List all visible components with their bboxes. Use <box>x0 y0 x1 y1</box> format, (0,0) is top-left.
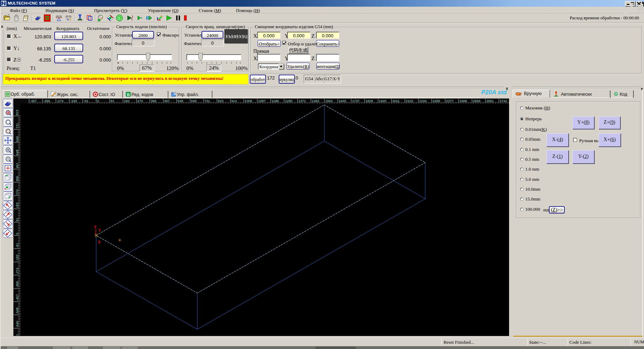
svg-text:91: 91 <box>111 99 114 103</box>
svg-text:1828: 1828 <box>366 99 373 103</box>
svg-text:274: 274 <box>15 189 19 195</box>
svg-text:-91: -91 <box>83 99 88 103</box>
svg-text:2194: 2194 <box>419 99 427 103</box>
svg-text:1371: 1371 <box>298 99 306 103</box>
svg-text:914: 914 <box>231 99 237 103</box>
svg-text:(0,0): (0,0) <box>66 15 72 18</box>
svg-text:1737: 1737 <box>352 99 359 103</box>
svg-text:2011: 2011 <box>392 99 400 103</box>
svg-text:Y: Y <box>98 228 101 233</box>
svg-text:1462: 1462 <box>312 99 319 103</box>
svg-text:183: 183 <box>124 99 130 103</box>
svg-text:548: 548 <box>15 150 19 155</box>
svg-text:2651: 2651 <box>486 99 494 103</box>
svg-text:-91: -91 <box>15 243 19 248</box>
svg-text:2102: 2102 <box>406 99 413 103</box>
svg-text:-731: -731 <box>15 334 19 336</box>
svg-text:2377: 2377 <box>446 99 453 103</box>
svg-text:731: 731 <box>204 99 210 103</box>
svg-text:457: 457 <box>15 163 19 169</box>
svg-text:0: 0 <box>97 99 99 103</box>
svg-text:1188: 1188 <box>272 99 279 103</box>
svg-text:91: 91 <box>15 218 19 222</box>
svg-text:(0,0): (0,0) <box>56 15 62 18</box>
svg-text:274: 274 <box>137 99 143 103</box>
svg-text:2742: 2742 <box>500 99 507 103</box>
svg-text:-457: -457 <box>15 294 19 301</box>
svg-text:2468: 2468 <box>459 99 467 103</box>
svg-text:731: 731 <box>15 123 19 129</box>
svg-text:366: 366 <box>15 176 19 182</box>
svg-text:823: 823 <box>218 99 223 103</box>
svg-text:640: 640 <box>191 99 197 103</box>
svg-text:1554: 1554 <box>325 99 333 103</box>
svg-text:823: 823 <box>15 110 19 115</box>
svg-text:X: X <box>98 240 101 244</box>
svg-text:183: 183 <box>15 203 19 208</box>
svg-text:1097: 1097 <box>258 99 266 103</box>
svg-text:1920: 1920 <box>379 99 386 103</box>
svg-text:-274: -274 <box>57 99 63 103</box>
svg-text:2285: 2285 <box>433 99 440 103</box>
svg-text:2559: 2559 <box>473 99 480 103</box>
svg-text:B: B <box>127 92 130 97</box>
svg-text:S: S <box>118 16 120 20</box>
svg-text:548: 548 <box>178 99 183 103</box>
svg-text:-366: -366 <box>15 281 19 288</box>
svg-text:Z: Z <box>94 225 97 229</box>
svg-text:0: 0 <box>15 233 19 235</box>
svg-text:-640: -640 <box>15 321 19 328</box>
svg-text:-183: -183 <box>70 99 77 103</box>
svg-text:640: 640 <box>15 136 19 142</box>
svg-text:-274: -274 <box>15 268 19 274</box>
svg-text:-366: -366 <box>43 99 50 103</box>
svg-text:1005: 1005 <box>245 99 252 103</box>
svg-text:1645: 1645 <box>339 99 346 103</box>
svg-text:1280: 1280 <box>285 99 292 103</box>
svg-text:-457: -457 <box>30 99 37 103</box>
svg-text:-183: -183 <box>15 254 19 261</box>
svg-text:366: 366 <box>151 99 156 103</box>
svg-text:-548: -548 <box>15 307 19 314</box>
svg-text:457: 457 <box>164 99 170 103</box>
